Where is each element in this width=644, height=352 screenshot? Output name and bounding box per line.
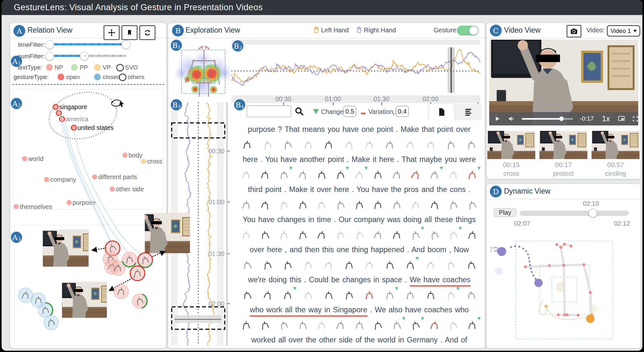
- fullscreen-icon[interactable]: [632, 116, 638, 122]
- gesture-glyph[interactable]: [467, 200, 478, 211]
- gesture-glyph[interactable]: [242, 140, 253, 150]
- gesture-cluster-circle[interactable]: [114, 284, 129, 299]
- gesture-glyph[interactable]: [241, 230, 252, 241]
- gesture-glyph[interactable]: [260, 230, 271, 241]
- gesture-glyph[interactable]: [467, 320, 478, 331]
- gesture-glyph[interactable]: [354, 320, 365, 331]
- video-progress-bar[interactable]: [522, 118, 573, 120]
- tab-document-view[interactable]: [429, 104, 454, 120]
- gesture-glyph[interactable]: [364, 290, 375, 301]
- gesture-glyph[interactable]: [364, 260, 375, 271]
- gesture-glyph[interactable]: [316, 200, 327, 211]
- gesture-glyph[interactable]: [262, 290, 273, 301]
- gesture-glyph[interactable]: [391, 170, 402, 180]
- gesture-glyph[interactable]: [335, 200, 346, 211]
- gesture-glyph[interactable]: [425, 290, 436, 301]
- gesture-glyph[interactable]: [316, 320, 327, 331]
- gesture-glyph[interactable]: [316, 230, 327, 241]
- gesture-glyph[interactable]: [373, 320, 383, 331]
- video-speed[interactable]: 1x: [602, 115, 610, 123]
- gesture-glyph[interactable]: [242, 290, 253, 301]
- gesture-glyph[interactable]: [282, 290, 293, 301]
- gesture-toggle[interactable]: [457, 26, 479, 36]
- gesture-glyph[interactable]: [354, 230, 365, 241]
- play-button[interactable]: Play: [494, 208, 516, 217]
- gesture-glyph[interactable]: [260, 170, 271, 180]
- gesture-glyph[interactable]: [410, 230, 421, 241]
- tab-list-view[interactable]: [457, 104, 480, 120]
- volume-icon[interactable]: [508, 115, 515, 122]
- play-icon[interactable]: [494, 115, 500, 122]
- gesture-glyph[interactable]: [323, 260, 334, 271]
- gesture-glyph[interactable]: [410, 170, 421, 180]
- gesture-glyph[interactable]: [242, 260, 253, 271]
- gesture-glyph[interactable]: [467, 170, 478, 180]
- gesture-glyph[interactable]: [335, 170, 346, 180]
- video-progress-knob[interactable]: [559, 116, 564, 121]
- gesture-glyph[interactable]: [373, 230, 383, 241]
- gesture-glyph[interactable]: [467, 230, 478, 241]
- gesture-glyph[interactable]: [391, 230, 402, 241]
- gesture-glyph[interactable]: [391, 320, 402, 331]
- keyframe-thumbnail[interactable]: 00:57circling: [592, 131, 640, 178]
- gesture-glyph[interactable]: [405, 290, 416, 301]
- gesture-glyph[interactable]: [429, 170, 440, 180]
- gesture-glyph[interactable]: [448, 200, 459, 211]
- variation-threshold-input[interactable]: [396, 106, 409, 117]
- gesture-glyph[interactable]: [297, 230, 308, 241]
- gesture-glyph[interactable]: [316, 170, 327, 180]
- gesture-glyph[interactable]: [262, 260, 273, 271]
- gesture-glyph[interactable]: [405, 260, 416, 271]
- gesture-glyph[interactable]: [354, 170, 365, 180]
- gesture-glyph[interactable]: [260, 320, 271, 331]
- hand-motion-line-chart[interactable]: [232, 46, 480, 94]
- gesture-glyph[interactable]: [384, 260, 395, 271]
- gesture-glyph[interactable]: [241, 170, 252, 180]
- gesture-glyph[interactable]: [391, 200, 402, 211]
- gesture-glyph[interactable]: [279, 200, 289, 211]
- gesture-glyph[interactable]: [279, 320, 289, 331]
- pip-icon[interactable]: [618, 116, 625, 122]
- gesture-glyph[interactable]: [448, 170, 459, 180]
- gesture-glyph[interactable]: [448, 320, 459, 331]
- gesture-glyph[interactable]: [297, 170, 308, 180]
- snapshot-button[interactable]: [567, 25, 581, 37]
- gesture-glyph[interactable]: [279, 170, 289, 180]
- gesture-glyph[interactable]: [344, 140, 355, 150]
- gesture-glyph[interactable]: [354, 200, 365, 211]
- keyframe-thumbnail[interactable]: 00:17protect: [539, 131, 587, 178]
- gesture-cluster-circle[interactable]: [44, 315, 59, 330]
- gesture-cluster-circle[interactable]: [130, 266, 145, 281]
- gesture-glyph[interactable]: [429, 320, 440, 331]
- gesture-glyph[interactable]: [364, 140, 375, 150]
- gesture-glyph[interactable]: [373, 170, 383, 180]
- search-icon[interactable]: [294, 106, 304, 116]
- gesture-glyph[interactable]: [373, 200, 383, 211]
- gesture-glyph[interactable]: [282, 260, 293, 271]
- gesture-glyph[interactable]: [429, 200, 440, 211]
- video-player[interactable]: -0:17 1x: [489, 40, 638, 125]
- gesture-glyph[interactable]: [445, 260, 456, 271]
- gesture-glyph[interactable]: [303, 140, 314, 150]
- gesture-glyph[interactable]: [384, 140, 395, 150]
- gesture-glyph[interactable]: [335, 230, 346, 241]
- gesture-glyph[interactable]: [303, 260, 314, 271]
- time-scrubber[interactable]: [520, 211, 629, 216]
- change-threshold-input[interactable]: [343, 106, 356, 117]
- gesture-glyph[interactable]: [445, 140, 456, 150]
- gesture-cluster-plot[interactable]: [10, 23, 170, 348]
- timeline-brush-bar[interactable]: [232, 40, 480, 45]
- gesture-glyph[interactable]: [448, 230, 459, 241]
- gesture-glyph[interactable]: [429, 230, 440, 241]
- gesture-cluster-circle[interactable]: [18, 288, 33, 303]
- keyframe-thumbnail[interactable]: 00:15cross: [487, 131, 535, 178]
- gesture-glyph[interactable]: [260, 200, 271, 211]
- gesture-glyph[interactable]: [466, 260, 477, 271]
- gesture-glyph[interactable]: [262, 140, 273, 150]
- gesture-glyph[interactable]: [282, 140, 293, 150]
- gesture-glyph[interactable]: [445, 290, 456, 301]
- gesture-glyph[interactable]: [297, 200, 308, 211]
- search-input[interactable]: [247, 106, 291, 117]
- gesture-glyph[interactable]: [297, 320, 308, 331]
- gesture-glyph[interactable]: [303, 290, 314, 301]
